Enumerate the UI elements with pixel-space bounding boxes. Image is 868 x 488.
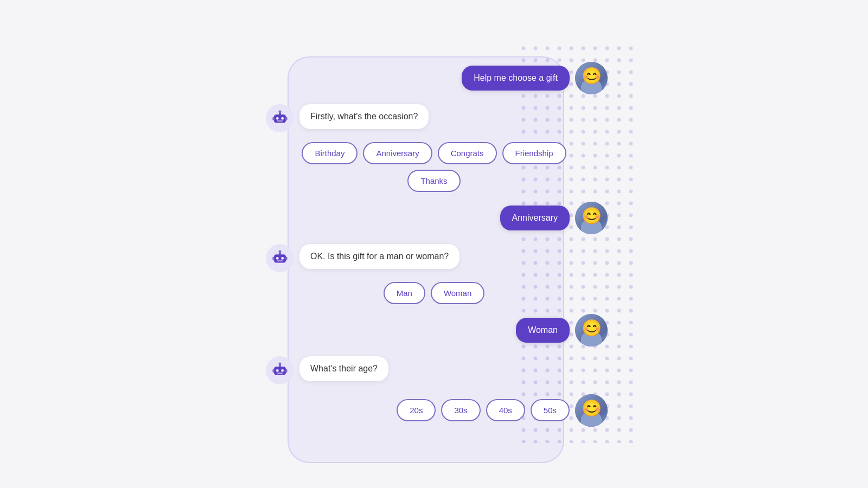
user-face-1: [575, 62, 608, 94]
option-thanks[interactable]: Thanks: [407, 170, 460, 192]
options-age-inner: 20s 30s 40s 50s: [397, 399, 570, 421]
svg-rect-13: [277, 260, 283, 261]
bot-message-3-row: What's their age?: [255, 356, 613, 384]
user-bubble-1: Help me choose a gift: [462, 66, 570, 91]
bot-avatar-3: [266, 356, 294, 384]
options-gender-row: Man Woman: [255, 282, 613, 304]
option-woman-choice[interactable]: Woman: [431, 282, 484, 304]
bot-bubble-1: Firstly, what's the occasion?: [299, 104, 429, 129]
option-20s[interactable]: 20s: [397, 399, 436, 421]
option-friendship[interactable]: Friendship: [502, 142, 566, 164]
bot-avatar-1: [266, 104, 294, 132]
chat-content: Help me choose a gift: [255, 62, 613, 427]
robot-icon-2: [271, 249, 289, 267]
svg-rect-20: [282, 369, 284, 371]
svg-rect-24: [272, 369, 274, 373]
user-message-3-row: Woman: [255, 314, 613, 346]
robot-icon-3: [271, 361, 289, 380]
user-message-2-row: Anniversary: [255, 202, 613, 234]
bot-message-2-row: OK. Is this gift for a man or woman?: [255, 244, 613, 272]
user-bubble-2: Anniversary: [500, 206, 570, 230]
svg-rect-25: [285, 369, 287, 373]
user-avatar-4: [575, 394, 608, 427]
svg-rect-12: [282, 257, 284, 259]
svg-rect-5: [277, 120, 283, 121]
svg-point-23: [278, 362, 281, 365]
svg-rect-2: [274, 114, 286, 123]
option-birthday[interactable]: Birthday: [302, 142, 358, 164]
user-message-1-row: Help me choose a gift: [255, 62, 613, 94]
bot-bubble-3: What's their age?: [299, 356, 388, 381]
svg-rect-10: [274, 254, 286, 262]
options-occasion-row: Birthday Anniversary Congrats Friendship…: [255, 142, 613, 192]
user-bubble-3: Woman: [516, 318, 570, 343]
option-anniversary-1[interactable]: Anniversary: [363, 142, 432, 164]
option-man[interactable]: Man: [384, 282, 425, 304]
svg-rect-3: [276, 117, 278, 119]
svg-rect-9: [285, 117, 287, 120]
svg-rect-18: [274, 367, 286, 375]
user-face-2: [575, 202, 608, 234]
option-congrats[interactable]: Congrats: [438, 142, 497, 164]
bot-message-1-row: Firstly, what's the occasion?: [255, 104, 613, 132]
bot-bubble-2: OK. Is this gift for a man or woman?: [299, 244, 459, 269]
svg-rect-16: [272, 256, 274, 260]
option-30s[interactable]: 30s: [441, 399, 480, 421]
svg-rect-21: [277, 373, 283, 374]
svg-point-7: [278, 110, 281, 113]
svg-rect-4: [282, 117, 284, 119]
user-face-3: [575, 314, 608, 346]
option-50s[interactable]: 50s: [531, 399, 570, 421]
svg-point-15: [278, 250, 281, 253]
age-options-row: 20s 30s 40s 50s: [255, 394, 613, 427]
bot-avatar-2: [266, 244, 294, 272]
option-40s[interactable]: 40s: [486, 399, 525, 421]
robot-icon: [271, 109, 289, 127]
user-avatar-2: [575, 202, 608, 234]
svg-rect-8: [272, 117, 274, 120]
user-avatar-1: [575, 62, 608, 94]
svg-rect-19: [276, 369, 278, 371]
user-avatar-3: [575, 314, 608, 346]
user-face-4: [575, 394, 608, 427]
svg-rect-17: [285, 256, 287, 260]
svg-rect-11: [276, 257, 278, 259]
